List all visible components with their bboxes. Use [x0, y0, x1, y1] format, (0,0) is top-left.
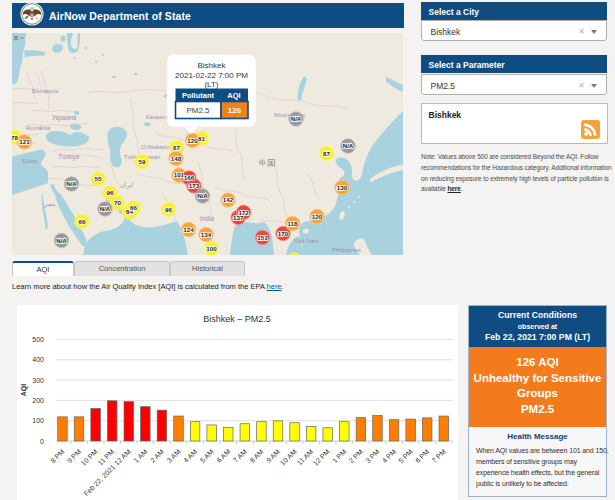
svg-text:500: 500 — [32, 336, 44, 343]
svg-text:66: 66 — [79, 218, 86, 225]
svg-text:N/A: N/A — [66, 180, 77, 187]
svg-text:N/A: N/A — [197, 192, 208, 199]
svg-text:Việt Nam: Việt Nam — [294, 238, 319, 244]
svg-text:151: 151 — [257, 234, 268, 241]
svg-text:Türkiye: Türkiye — [58, 153, 80, 161]
svg-text:96: 96 — [107, 189, 114, 196]
svg-text:96: 96 — [165, 206, 172, 213]
svg-text:100: 100 — [206, 245, 217, 252]
svg-text:134: 134 — [201, 231, 212, 238]
svg-text:0: 0 — [40, 438, 44, 445]
svg-text:173: 173 — [189, 182, 200, 189]
svg-text:124: 124 — [183, 226, 194, 233]
svg-text:120: 120 — [312, 213, 323, 220]
svg-text:Украина: Украина — [52, 114, 77, 122]
svg-text:172: 172 — [238, 209, 249, 216]
svg-text:Bishkek – PM2.5: Bishkek – PM2.5 — [203, 314, 271, 324]
svg-text:AQI: AQI — [20, 384, 28, 397]
svg-text:PM2.5: PM2.5 — [186, 106, 210, 115]
svg-text:59: 59 — [139, 158, 146, 165]
svg-text:ايران: ايران — [120, 181, 133, 189]
svg-text:Ελλάς: Ελλάς — [22, 158, 38, 164]
svg-text:România: România — [26, 125, 51, 131]
svg-text:118: 118 — [288, 220, 299, 227]
svg-text:126: 126 — [228, 106, 242, 115]
svg-text:142: 142 — [223, 196, 234, 203]
svg-text:مصر: مصر — [43, 201, 56, 208]
svg-text:N/A: N/A — [56, 237, 67, 244]
svg-text:2021-02-22 7:00 PM: 2021-02-22 7:00 PM — [175, 71, 248, 80]
svg-text:100: 100 — [32, 417, 44, 424]
svg-text:87: 87 — [173, 144, 180, 151]
svg-text:170: 170 — [278, 230, 289, 237]
svg-text:N/A: N/A — [291, 115, 302, 122]
svg-text:(LT): (LT) — [204, 80, 218, 89]
svg-text:55: 55 — [95, 175, 102, 182]
svg-text:121: 121 — [19, 138, 30, 145]
svg-text:400: 400 — [32, 356, 44, 363]
svg-text:Pollutant: Pollutant — [182, 91, 215, 100]
svg-text:166: 166 — [184, 174, 195, 181]
svg-text:78: 78 — [12, 134, 18, 141]
svg-text:India: India — [200, 215, 214, 222]
svg-text:N/A: N/A — [343, 142, 354, 149]
svg-text:200: 200 — [32, 397, 44, 404]
svg-text:300: 300 — [32, 377, 44, 384]
svg-text:87: 87 — [323, 150, 330, 157]
svg-text:130: 130 — [337, 184, 348, 191]
svg-text:70: 70 — [114, 199, 121, 206]
svg-text:66: 66 — [130, 204, 137, 211]
svg-text:Bishkek: Bishkek — [197, 61, 226, 70]
svg-text:Беларусь: Беларусь — [32, 87, 59, 94]
svg-text:N/A: N/A — [100, 205, 111, 212]
svg-text:O'zbekiston: O'zbekiston — [141, 144, 172, 150]
svg-text:148: 148 — [171, 155, 182, 162]
svg-text:120: 120 — [187, 137, 198, 144]
svg-text:AQI: AQI — [227, 91, 240, 100]
svg-text:Philippines: Philippines — [332, 247, 361, 253]
svg-text:81: 81 — [198, 135, 205, 142]
